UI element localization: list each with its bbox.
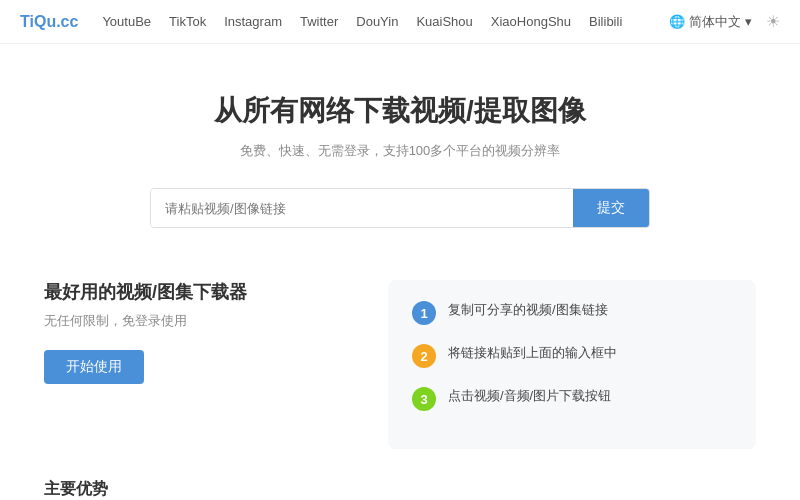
nav-link-xiaohongshu[interactable]: XiaoHongShu bbox=[491, 14, 571, 29]
nav-link-twitter[interactable]: Twitter bbox=[300, 14, 338, 29]
search-bar: 提交 bbox=[150, 188, 650, 228]
search-input[interactable] bbox=[151, 189, 573, 227]
left-desc: 无任何限制，免登录使用 bbox=[44, 312, 364, 330]
lang-label: 简体中文 bbox=[689, 13, 741, 31]
main-content: 最好用的视频/图集下载器 无任何限制，免登录使用 开始使用 1复制可分享的视频/… bbox=[20, 260, 780, 469]
step-num-1: 1 bbox=[412, 301, 436, 325]
hero-section: 从所有网络下载视频/提取图像 免费、快速、无需登录，支持100多个平台的视频分辨… bbox=[0, 44, 800, 260]
nav-link-bilibili[interactable]: Bilibili bbox=[589, 14, 622, 29]
start-button[interactable]: 开始使用 bbox=[44, 350, 144, 384]
theme-toggle[interactable]: ☀ bbox=[766, 12, 780, 31]
step-text-2: 将链接粘贴到上面的输入框中 bbox=[448, 343, 617, 363]
nav-link-douyin[interactable]: DouYin bbox=[356, 14, 398, 29]
step-text-3: 点击视频/音频/图片下载按钮 bbox=[448, 386, 611, 406]
chevron-down-icon: ▾ bbox=[745, 14, 752, 29]
nav-link-instagram[interactable]: Instagram bbox=[224, 14, 282, 29]
step-text-1: 复制可分享的视频/图集链接 bbox=[448, 300, 608, 320]
hero-title: 从所有网络下载视频/提取图像 bbox=[20, 92, 780, 130]
navbar: TiQu.cc YoutuBeTikTokInstagramTwitterDou… bbox=[0, 0, 800, 44]
hero-subtitle: 免费、快速、无需登录，支持100多个平台的视频分辨率 bbox=[20, 142, 780, 160]
globe-icon: 🌐 bbox=[669, 14, 685, 29]
steps-panel: 1复制可分享的视频/图集链接2将链接粘贴到上面的输入框中3点击视频/音频/图片下… bbox=[388, 280, 756, 449]
step-2: 2将链接粘贴到上面的输入框中 bbox=[412, 343, 732, 368]
nav-link-youtube[interactable]: YoutuBe bbox=[102, 14, 151, 29]
nav-links: YoutuBeTikTokInstagramTwitterDouYinKuaiS… bbox=[102, 14, 669, 29]
brand-logo[interactable]: TiQu.cc bbox=[20, 13, 78, 31]
features-title: 主要优势 bbox=[44, 479, 756, 500]
navbar-right: 🌐 简体中文 ▾ ☀ bbox=[669, 12, 780, 31]
nav-link-kuaishou[interactable]: KuaiShou bbox=[416, 14, 472, 29]
step-3: 3点击视频/音频/图片下载按钮 bbox=[412, 386, 732, 411]
step-num-2: 2 bbox=[412, 344, 436, 368]
left-title: 最好用的视频/图集下载器 bbox=[44, 280, 364, 304]
step-1: 1复制可分享的视频/图集链接 bbox=[412, 300, 732, 325]
features-section: 主要优势 ⬇免费使用TiQu.cc解析和下载视频、音频、图片等文件无需任何费用。… bbox=[20, 469, 780, 500]
step-num-3: 3 bbox=[412, 387, 436, 411]
submit-button[interactable]: 提交 bbox=[573, 189, 649, 227]
nav-link-tiktok[interactable]: TikTok bbox=[169, 14, 206, 29]
left-panel: 最好用的视频/图集下载器 无任何限制，免登录使用 开始使用 bbox=[44, 280, 364, 449]
language-switcher[interactable]: 🌐 简体中文 ▾ bbox=[669, 13, 752, 31]
